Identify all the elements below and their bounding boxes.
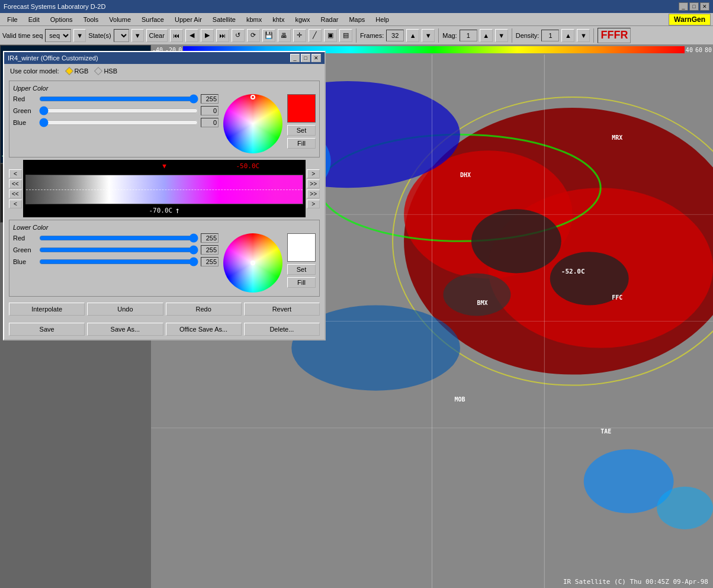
mag-up[interactable]: ▲ bbox=[480, 29, 493, 42]
color-ramp-bar[interactable] bbox=[25, 175, 304, 204]
frames-down[interactable]: ▼ bbox=[422, 29, 435, 42]
nav-save[interactable]: 💾 bbox=[262, 29, 275, 42]
interpolate-button[interactable]: Interpolate bbox=[9, 303, 85, 316]
mag-value[interactable] bbox=[460, 30, 477, 41]
menu-upper-air[interactable]: Upper Air bbox=[170, 15, 207, 24]
state-dropdown2[interactable]: ▼ bbox=[131, 29, 144, 42]
minimize-button[interactable]: _ bbox=[679, 2, 688, 11]
map-caption: IR Satellite (C) Thu 00:45Z 09-Apr-98 bbox=[563, 578, 708, 586]
nav-prev[interactable]: ◀ bbox=[185, 29, 198, 42]
mag-label: Mag: bbox=[442, 32, 457, 39]
nav-first[interactable]: ⏮ bbox=[170, 29, 183, 42]
ramp-right-small[interactable]: > bbox=[307, 169, 320, 178]
lower-red-row: Red 255 bbox=[13, 233, 219, 243]
menu-khtx[interactable]: khtx bbox=[268, 15, 289, 24]
ramp-left-small[interactable]: < bbox=[9, 169, 22, 178]
menu-help[interactable]: Help bbox=[371, 15, 394, 24]
menu-volume[interactable]: Volume bbox=[104, 15, 136, 24]
nav-refresh[interactable]: ↺ bbox=[232, 29, 245, 42]
rgb-option[interactable]: RGB bbox=[66, 68, 89, 75]
menu-radar[interactable]: Radar bbox=[316, 15, 343, 24]
ramp-left-small2[interactable]: < bbox=[9, 200, 22, 208]
upper-green-slider[interactable] bbox=[39, 106, 198, 115]
upper-blue-slider[interactable] bbox=[39, 118, 198, 127]
density-down[interactable]: ▼ bbox=[577, 29, 590, 42]
lower-color-wheel[interactable] bbox=[223, 233, 282, 293]
toolbar-separator4 bbox=[593, 28, 594, 43]
upper-blue-row: Blue 0 bbox=[13, 118, 219, 127]
ramp-right-small2[interactable]: > bbox=[307, 200, 320, 208]
menu-satellite[interactable]: Satellite bbox=[208, 15, 240, 24]
frames-value[interactable] bbox=[386, 30, 404, 41]
color-editor-titlebar[interactable]: IR4_winter (Office Customized) _ □ ✕ bbox=[4, 52, 325, 64]
office-save-as-button[interactable]: Office Save As... bbox=[166, 323, 242, 336]
lower-sliders: Red 255 Green 255 Blue 255 bbox=[13, 233, 219, 269]
ramp-right-large2[interactable]: >> bbox=[307, 189, 320, 198]
lower-set-button[interactable]: Set bbox=[287, 264, 316, 275]
save-button[interactable]: Save bbox=[9, 323, 85, 336]
state-dropdown[interactable]: ▼ bbox=[73, 29, 86, 42]
menu-edit[interactable]: Edit bbox=[24, 15, 44, 24]
lower-color-section: Lower Color Red 255 Green 255 bbox=[9, 220, 320, 297]
lower-green-slider[interactable] bbox=[39, 245, 198, 255]
menu-kbmx[interactable]: kbmx bbox=[242, 15, 266, 24]
color-editor-title: IR4_winter (Office Customized) bbox=[8, 54, 98, 62]
nav-zoom[interactable]: ▣ bbox=[324, 29, 337, 42]
rgb-radio-selected[interactable] bbox=[65, 67, 73, 75]
lower-green-row: Green 255 bbox=[13, 245, 219, 255]
warngen-button[interactable]: WarnGen bbox=[669, 14, 711, 25]
undo-button[interactable]: Undo bbox=[87, 303, 163, 316]
svg-point-22 bbox=[443, 273, 510, 316]
nav-pan[interactable]: ▤ bbox=[339, 29, 352, 42]
nav-cursor[interactable]: ✛ bbox=[293, 29, 306, 42]
lower-red-slider[interactable] bbox=[39, 233, 198, 243]
density-value[interactable] bbox=[541, 30, 559, 41]
lower-blue-row: Blue 255 bbox=[13, 257, 219, 266]
ramp-right-large[interactable]: >> bbox=[307, 179, 320, 188]
delete-button[interactable]: Delete... bbox=[244, 323, 320, 336]
valid-time-select[interactable]: seq bbox=[45, 29, 71, 42]
dialog-minimize[interactable]: _ bbox=[290, 54, 300, 62]
menu-kgwx[interactable]: kgwx bbox=[290, 15, 314, 24]
state-select[interactable] bbox=[114, 29, 129, 42]
frames-up[interactable]: ▲ bbox=[406, 29, 419, 42]
upper-red-slider[interactable] bbox=[39, 94, 198, 104]
close-button[interactable]: ✕ bbox=[700, 2, 709, 11]
lower-red-value: 255 bbox=[201, 233, 219, 243]
mag-down[interactable]: ▼ bbox=[495, 29, 508, 42]
menu-surface[interactable]: Surface bbox=[137, 15, 169, 24]
nav-last[interactable]: ⏭ bbox=[216, 29, 229, 42]
menu-file[interactable]: File bbox=[2, 15, 23, 24]
menu-maps[interactable]: Maps bbox=[344, 15, 370, 24]
lower-blue-slider[interactable] bbox=[39, 257, 198, 266]
maximize-button[interactable]: □ bbox=[689, 2, 699, 11]
menu-options[interactable]: Options bbox=[46, 15, 78, 24]
ramp-left-large[interactable]: << bbox=[9, 179, 22, 188]
lower-blue-value: 255 bbox=[201, 257, 219, 266]
upper-color-wheel[interactable] bbox=[223, 94, 282, 153]
clear-button[interactable]: Clear bbox=[146, 29, 168, 42]
menu-tools[interactable]: Tools bbox=[79, 15, 104, 24]
left-panel: Thu 03:00Z 09-Apr-98 IR4_winter (Office … bbox=[0, 45, 151, 588]
dialog-close[interactable]: ✕ bbox=[311, 54, 321, 62]
nav-next[interactable]: ▶ bbox=[201, 29, 214, 42]
upper-set-button[interactable]: Set bbox=[287, 125, 316, 136]
save-as-button[interactable]: Save As... bbox=[87, 323, 163, 336]
nav-print[interactable]: 🖶 bbox=[278, 29, 291, 42]
redo-button[interactable]: Redo bbox=[166, 303, 242, 316]
ramp-left-large2[interactable]: << bbox=[9, 189, 22, 198]
lower-fill-button[interactable]: Fill bbox=[287, 277, 316, 288]
revert-button[interactable]: Revert bbox=[244, 303, 320, 316]
nav-loop[interactable]: ⟳ bbox=[247, 29, 260, 42]
hsb-option[interactable]: HSB bbox=[95, 68, 117, 75]
hsb-radio[interactable] bbox=[94, 67, 102, 75]
ramp-temp2-label: -70.0C bbox=[149, 207, 172, 214]
density-up[interactable]: ▲ bbox=[561, 29, 574, 42]
toolbar-separator bbox=[356, 28, 356, 43]
nav-select[interactable]: ╱ bbox=[309, 29, 322, 42]
lower-green-value: 255 bbox=[201, 245, 219, 255]
dialog-maximize[interactable]: □ bbox=[301, 54, 310, 62]
upper-color-section: Upper Color Red 255 Green 0 bbox=[9, 81, 320, 158]
upper-fill-button[interactable]: Fill bbox=[287, 138, 316, 149]
main-content: Thu 03:00Z 09-Apr-98 IR4_winter (Office … bbox=[0, 45, 713, 588]
